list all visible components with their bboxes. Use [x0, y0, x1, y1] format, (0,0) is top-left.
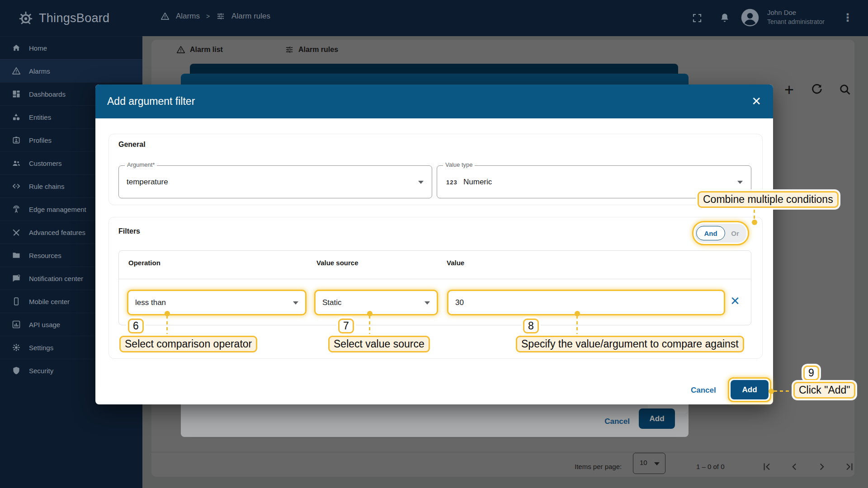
chevron-down-icon: [293, 301, 298, 305]
sidebar-item-label: Entities: [29, 113, 51, 121]
callout-7-label: Select value source: [328, 336, 430, 352]
breadcrumb-alarms[interactable]: Alarms: [176, 12, 200, 21]
sidebar-item-label: Customers: [29, 160, 62, 167]
message-icon: [12, 274, 21, 283]
divider: [119, 279, 751, 279]
fullscreen-icon: [692, 13, 703, 23]
callout-9-label: Click "Add": [793, 382, 855, 399]
callout-9-number: 9: [803, 366, 819, 380]
sidebar-item-label: Dashboards: [29, 90, 66, 98]
chart-icon: [12, 320, 21, 329]
user-role: Tenant administrator: [767, 17, 825, 26]
sidebar-item-alarms[interactable]: Alarms: [0, 59, 142, 82]
sidebar-item-label: Rule chains: [29, 183, 64, 190]
callout-connector: [369, 315, 370, 336]
app-logo[interactable]: ThingsBoard: [0, 0, 142, 36]
entities-icon: [12, 113, 21, 122]
sidebar-item-label: Home: [29, 44, 47, 52]
value-source-select[interactable]: Static: [314, 290, 438, 315]
avatar[interactable]: [740, 8, 760, 29]
sidebar-item-label: Security: [29, 367, 53, 375]
breadcrumb-separator: >: [206, 13, 210, 20]
value-type-label: Value type: [443, 161, 475, 168]
column-operation: Operation: [128, 259, 160, 267]
code-brackets-icon: [12, 182, 21, 191]
value-input[interactable]: 30: [447, 290, 725, 315]
argument-select[interactable]: Argument* temperature: [118, 165, 432, 198]
filters-section-label: Filters: [118, 227, 140, 235]
sidebar-item-label: Notification center: [29, 275, 83, 282]
callout-connector: [576, 315, 578, 336]
callout-8-label: Specify the value/argument to compare ag…: [516, 336, 744, 352]
modal-header: Add argument filter ✕: [95, 84, 773, 118]
sidebar-item-label: Advanced features: [29, 229, 85, 236]
or-toggle-button[interactable]: Or: [725, 226, 745, 240]
bell-icon: [719, 12, 731, 24]
argument-label: Argument*: [125, 161, 157, 168]
numeric-123-icon: 123: [446, 178, 458, 185]
app-logo-text: ThingsBoard: [39, 11, 109, 25]
column-value-source: Value source: [316, 259, 359, 267]
filters-table: Operation Value source Value less than S…: [118, 250, 751, 325]
user-info[interactable]: John Doe Tenant administrator: [767, 8, 825, 26]
tune-icon: [216, 12, 225, 21]
sidebar-item-label: Edge management: [29, 206, 86, 213]
fullscreen-button[interactable]: [692, 13, 703, 25]
value-type-value: Numeric: [463, 178, 492, 187]
user-name: John Doe: [767, 8, 825, 17]
general-section-label: General: [118, 141, 146, 149]
cancel-button[interactable]: Cancel: [691, 386, 716, 395]
sidebar-item-label: Profiles: [29, 136, 52, 144]
callout-connector: [166, 315, 168, 336]
value-source-value: Static: [322, 298, 342, 307]
avatar-icon: [740, 8, 760, 28]
chevron-down-icon: [737, 181, 743, 184]
shield-icon: [12, 366, 21, 375]
callout-7-number: 7: [338, 319, 354, 333]
thingsboard-bug-icon: [18, 10, 33, 26]
gear-icon: [12, 343, 21, 352]
and-toggle-button[interactable]: And: [696, 226, 725, 240]
column-value: Value: [447, 259, 464, 267]
tools-icon: [12, 228, 21, 237]
sidebar-item-home[interactable]: Home: [0, 36, 142, 59]
notifications-button[interactable]: [719, 12, 731, 26]
kebab-menu-button[interactable]: ⋮: [842, 11, 853, 24]
remove-filter-icon[interactable]: ✕: [730, 294, 740, 308]
callout-combine-label: Combine multiple conditions: [698, 191, 839, 208]
add-button[interactable]: Add: [731, 380, 769, 399]
sidebar-item-label: Mobile center: [29, 298, 70, 305]
phone-icon: [12, 297, 21, 306]
callout-connector: [774, 390, 795, 392]
folder-icon: [12, 251, 21, 260]
badge-icon: [12, 136, 21, 145]
home-icon: [12, 43, 21, 52]
add-argument-filter-modal: Add argument filter ✕ General Argument* …: [95, 84, 773, 404]
operation-value: less than: [135, 298, 166, 307]
breadcrumb-alarm-rules[interactable]: Alarm rules: [231, 12, 270, 21]
and-or-toggle: And Or: [695, 224, 746, 243]
argument-value: temperature: [127, 178, 168, 187]
callout-8-number: 8: [523, 319, 539, 333]
operation-select[interactable]: less than: [127, 290, 307, 315]
sidebar-item-label: Alarms: [29, 67, 50, 75]
chevron-down-icon: [418, 181, 424, 184]
modal-title: Add argument filter: [107, 95, 195, 108]
callout-6-number: 6: [128, 319, 144, 333]
add-button-highlight: Add: [728, 377, 771, 402]
chevron-down-icon: [425, 301, 430, 305]
dashboards-icon: [12, 89, 21, 99]
sidebar-item-label: API usage: [29, 321, 60, 328]
callout-6-label: Select comparison operator: [119, 336, 257, 352]
sidebar-item-label: Settings: [29, 344, 53, 352]
general-section: General Argument* temperature Value type…: [108, 134, 763, 205]
antenna-icon: [12, 205, 21, 214]
warning-icon: [160, 12, 170, 21]
close-icon[interactable]: ✕: [751, 94, 761, 108]
top-header: Alarms > Alarm rules John Doe Tenant adm…: [142, 0, 868, 36]
and-or-toggle-highlight: And Or: [692, 221, 749, 245]
value-input-value: 30: [455, 298, 464, 307]
callout-dot: [769, 389, 774, 394]
people-icon: [12, 159, 21, 168]
callout-dot: [752, 220, 757, 225]
